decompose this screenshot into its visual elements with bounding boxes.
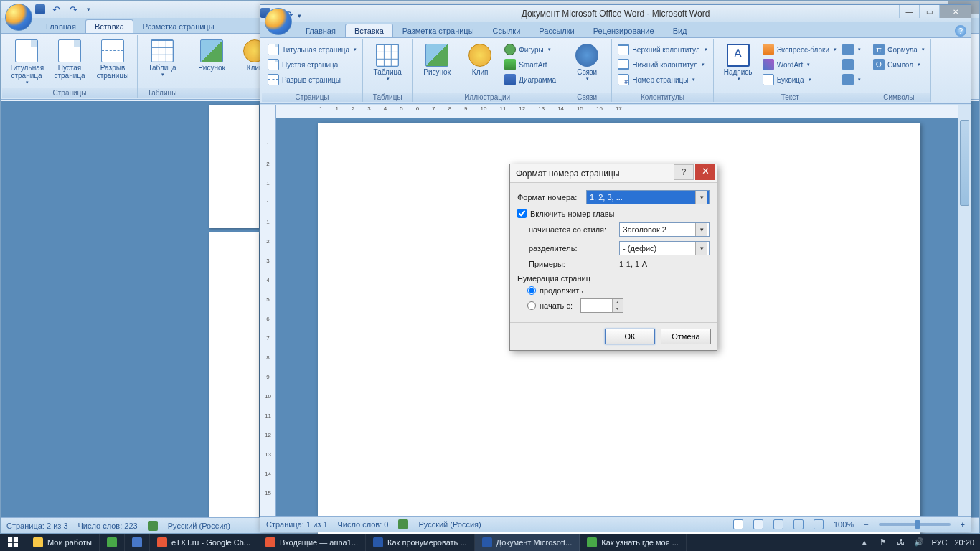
view-web-icon[interactable]	[773, 519, 783, 529]
equation-button[interactable]: πФормула	[872, 42, 926, 57]
tray-lang[interactable]: РУС	[931, 538, 947, 547]
ok-button[interactable]: ОК	[605, 329, 655, 344]
view-draft-icon[interactable]	[814, 519, 824, 529]
tab-layout[interactable]: Разметка страницы	[133, 19, 224, 33]
chart-button[interactable]: Диаграмма	[503, 72, 557, 87]
status-lang-front[interactable]: Русский (Россия)	[418, 520, 481, 529]
qat-dropdown-icon[interactable]: ▾	[87, 6, 90, 13]
date-time-button[interactable]	[841, 57, 862, 72]
start-at-radio[interactable]: начать с:	[517, 298, 710, 313]
help-icon[interactable]: ?	[955, 25, 966, 37]
ruler-horizontal-front[interactable]: 11234567891011121314151617	[276, 105, 971, 118]
tray-clock[interactable]: 20:20	[954, 538, 974, 547]
quick-parts-button[interactable]: Экспресс-блоки	[761, 42, 838, 57]
view-print-icon[interactable]	[733, 519, 743, 529]
symbol-button[interactable]: ΩСимвол	[872, 57, 926, 72]
table-button[interactable]: Таблица	[367, 42, 407, 83]
tab-mailings[interactable]: Рассылки	[529, 24, 583, 37]
status-words-front[interactable]: Число слов: 0	[338, 520, 389, 529]
page-break-button[interactable]: Разрыв страницы	[93, 38, 133, 81]
proofing-icon[interactable]	[398, 519, 408, 529]
cancel-button[interactable]: Отмена	[661, 329, 711, 344]
tray-flag-icon[interactable]: ⚑	[880, 537, 890, 547]
tab-insert[interactable]: Вставка	[345, 24, 393, 37]
zoom-out-icon[interactable]: −	[864, 520, 868, 529]
page-number-button[interactable]: Номер страницы	[616, 72, 709, 87]
taskbar-item[interactable]: Мои работы	[26, 534, 100, 551]
format-select[interactable]: 1, 2, 3, ...	[586, 190, 710, 204]
taskbar-item[interactable]: eTXT.ru - Google Ch...	[150, 534, 258, 551]
include-chapter-checkbox[interactable]: Включить номер главы	[517, 209, 710, 218]
status-words-back[interactable]: Число слов: 223	[78, 522, 138, 530]
office-button-front[interactable]	[265, 8, 292, 35]
wordart-button[interactable]: WordArt	[761, 57, 838, 72]
redo-icon[interactable]	[70, 4, 80, 14]
tab-references[interactable]: Ссылки	[484, 24, 530, 37]
proofing-icon[interactable]	[148, 521, 158, 531]
taskbar-item[interactable]	[100, 534, 125, 551]
tray-up-icon[interactable]: ▴	[862, 537, 872, 547]
ruler-vertical-front[interactable]: 1211123456789101112131415	[260, 105, 276, 516]
cover-page-button[interactable]: Титульная страница	[6, 38, 47, 87]
header-button[interactable]: Верхний колонтитул	[616, 42, 709, 57]
dialog-title[interactable]: Формат номера страницы ? ✕	[510, 164, 717, 183]
status-page-front[interactable]: Страница: 1 из 1	[266, 520, 328, 529]
include-chapter-input[interactable]	[517, 209, 527, 218]
taskbar-item[interactable]: Как узнать где моя ...	[580, 534, 687, 551]
footer-button[interactable]: Нижний колонтитул	[616, 57, 709, 72]
office-button-back[interactable]	[5, 4, 32, 31]
page-break-button[interactable]: Разрыв страницы	[266, 72, 358, 87]
view-outline-icon[interactable]	[793, 519, 804, 529]
start-at-spinner[interactable]	[580, 298, 623, 313]
tab-home[interactable]: Главная	[37, 19, 85, 33]
taskbar-item[interactable]	[125, 534, 150, 551]
dialog-close-button[interactable]: ✕	[695, 164, 715, 180]
separator-select[interactable]: - (дефис)	[619, 241, 710, 255]
page-thumb-2[interactable]	[209, 232, 259, 517]
tab-home[interactable]: Главная	[296, 24, 345, 37]
page-thumb-1[interactable]	[209, 105, 259, 228]
save-icon[interactable]	[35, 4, 45, 14]
qat-dropdown-icon[interactable]: ▾	[298, 12, 301, 19]
blank-page-button[interactable]: Пустая страница	[266, 57, 358, 72]
continue-radio[interactable]: продолжить	[517, 286, 710, 295]
taskbar-item[interactable]: Документ Microsoft...	[475, 534, 580, 551]
tray-volume-icon[interactable]: 🔊	[914, 537, 924, 547]
starts-style-select[interactable]: Заголовок 2	[619, 222, 710, 237]
picture-button[interactable]: Рисунок	[192, 38, 232, 73]
object-button[interactable]	[841, 72, 862, 87]
zoom-slider[interactable]	[879, 523, 951, 526]
dialog-help-button[interactable]: ?	[674, 164, 694, 180]
tray-network-icon[interactable]: 🖧	[897, 537, 907, 547]
close-button[interactable]: ✕	[939, 5, 971, 18]
scrollbar-thumb[interactable]	[960, 120, 969, 206]
cover-page-button[interactable]: Титульная страница	[266, 42, 358, 57]
tab-insert[interactable]: Вставка	[85, 19, 133, 33]
status-page-back[interactable]: Страница: 2 из 3	[6, 522, 68, 530]
smartart-button[interactable]: SmartArt	[503, 57, 557, 72]
tab-layout[interactable]: Разметка страницы	[393, 24, 484, 37]
continue-radio-input[interactable]	[527, 286, 536, 295]
dropcap-button[interactable]: Буквица	[761, 72, 838, 87]
taskbar-item[interactable]: Входящие — arina1...	[258, 534, 366, 551]
zoom-level[interactable]: 100%	[834, 520, 854, 529]
table-button[interactable]: Таблица	[142, 38, 182, 79]
picture-button[interactable]: Рисунок	[417, 42, 457, 77]
zoom-in-icon[interactable]: +	[961, 520, 965, 529]
shapes-button[interactable]: Фигуры	[503, 42, 557, 57]
scrollbar-vertical[interactable]	[958, 105, 971, 516]
view-read-icon[interactable]	[753, 519, 763, 529]
undo-icon[interactable]	[52, 4, 62, 14]
maximize-button[interactable]: ▭	[919, 5, 939, 18]
blank-page-button[interactable]: Пустая страница	[50, 38, 90, 81]
sig-line-button[interactable]	[841, 42, 862, 57]
start-at-radio-input[interactable]	[527, 301, 536, 310]
taskbar-item[interactable]: Как пронумеровать ...	[366, 534, 475, 551]
status-lang-back[interactable]: Русский (Россия)	[168, 522, 230, 530]
clip-button[interactable]: Клип	[460, 42, 500, 77]
tab-review[interactable]: Рецензирование	[584, 24, 664, 37]
textbox-button[interactable]: Надпись	[718, 42, 758, 83]
tab-view[interactable]: Вид	[664, 24, 697, 37]
minimize-button[interactable]: —	[899, 5, 919, 18]
links-button[interactable]: Связи	[567, 42, 607, 83]
